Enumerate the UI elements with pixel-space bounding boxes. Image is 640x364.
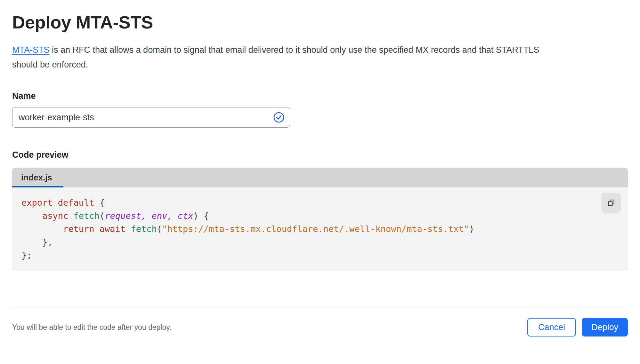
check-circle-icon: [273, 112, 285, 123]
page-title: Deploy MTA-STS: [12, 12, 628, 33]
code-preview-panel: index.js export default { async fetch(re…: [12, 168, 628, 271]
code-preview-label: Code preview: [12, 150, 628, 160]
name-input-wrapper: [12, 107, 290, 128]
description: MTA-STS is an RFC that allows a domain t…: [12, 43, 628, 72]
mta-sts-link[interactable]: MTA-STS: [12, 45, 50, 55]
name-input[interactable]: [12, 107, 290, 127]
tab-label: index.js: [21, 173, 52, 183]
code-editor: export default { async fetch(request, en…: [12, 187, 628, 271]
divider: [12, 307, 628, 307]
copy-code-button[interactable]: [601, 193, 621, 213]
name-label: Name: [12, 91, 628, 101]
description-text-line2: should be enforced.: [12, 60, 88, 69]
deploy-mta-sts-page: Deploy MTA-STS MTA-STS is an RFC that al…: [0, 0, 640, 336]
deploy-button[interactable]: Deploy: [582, 318, 628, 336]
footer: You will be able to edit the code after …: [12, 318, 628, 336]
code-content: export default { async fetch(request, en…: [21, 196, 599, 262]
tab-index-js[interactable]: index.js: [12, 168, 63, 187]
code-tabbar: index.js: [12, 168, 628, 187]
footer-note: You will be able to edit the code after …: [12, 323, 171, 332]
description-text: is an RFC that allows a domain to signal…: [50, 45, 539, 55]
copy-icon: [607, 198, 616, 207]
footer-actions: Cancel Deploy: [527, 318, 628, 336]
cancel-button[interactable]: Cancel: [527, 318, 576, 336]
